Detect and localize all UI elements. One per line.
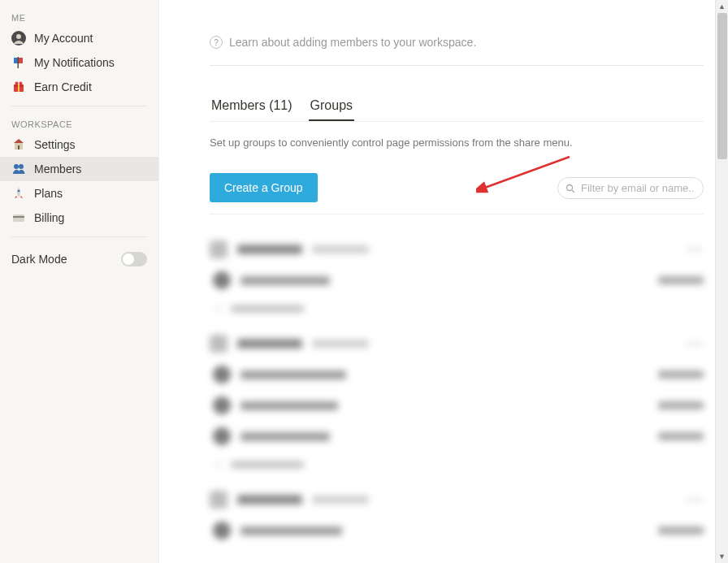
tab-members[interactable]: Members (11)	[210, 93, 294, 121]
help-link[interactable]: ? Learn about adding members to your wor…	[210, 0, 704, 65]
people-icon	[11, 162, 26, 176]
sidebar-item-label: Earn Credit	[34, 80, 92, 94]
sidebar-item-label: Members	[34, 162, 81, 176]
sidebar-item-plans[interactable]: Plans	[0, 181, 158, 206]
sidebar-item-label: Settings	[34, 137, 76, 152]
member-row	[210, 390, 704, 421]
group-icon	[210, 491, 228, 509]
group-header[interactable]: •••	[210, 328, 704, 359]
help-icon: ?	[210, 36, 223, 49]
member-row	[210, 421, 704, 452]
more-icon[interactable]: •••	[687, 493, 704, 506]
scroll-down-button[interactable]: ▼	[716, 550, 728, 563]
svg-point-8	[15, 82, 19, 85]
svg-point-14	[19, 164, 24, 169]
member-row	[210, 265, 704, 296]
group-count	[312, 340, 369, 348]
sidebar-item-earn-credit[interactable]: Earn Credit	[0, 75, 158, 99]
vertical-scrollbar[interactable]: ▲ ▼	[715, 0, 728, 563]
sidebar-item-label: My Account	[34, 31, 93, 45]
filter-wrap	[557, 177, 704, 199]
groups-subtitle: Set up groups to conveniently control pa…	[210, 136, 704, 149]
group-name	[237, 339, 302, 349]
avatar-icon	[11, 31, 26, 45]
settings-sidebar: ME My Account My Notifications Earn Cred…	[0, 0, 159, 563]
groups-list-blurred: ••• + •••	[210, 234, 704, 546]
filter-input[interactable]	[557, 177, 704, 199]
help-text: Learn about adding members to your works…	[229, 36, 476, 49]
remove-action[interactable]	[658, 401, 704, 409]
member-row	[210, 515, 704, 546]
remove-action[interactable]	[658, 276, 704, 284]
group-count	[312, 496, 369, 504]
scroll-up-button[interactable]: ▲	[716, 0, 728, 13]
group-name	[237, 495, 302, 505]
member-name	[240, 276, 330, 285]
svg-point-1	[16, 34, 21, 39]
svg-rect-17	[13, 216, 24, 218]
more-icon[interactable]: •••	[687, 243, 704, 256]
member-name	[240, 526, 342, 535]
svg-point-18	[567, 185, 573, 191]
member-name	[240, 401, 338, 410]
svg-rect-3	[19, 58, 23, 63]
svg-rect-12	[18, 145, 20, 149]
sidebar-divider	[11, 236, 147, 237]
sidebar-item-billing[interactable]: Billing	[0, 206, 158, 230]
tab-groups[interactable]: Groups	[309, 93, 354, 121]
group-count	[312, 245, 369, 253]
avatar-icon	[213, 396, 231, 414]
add-member-row[interactable]: +	[210, 452, 704, 484]
remove-action[interactable]	[658, 526, 704, 535]
avatar-icon	[213, 522, 231, 539]
dark-mode-row: Dark Mode	[0, 244, 158, 275]
dark-mode-toggle[interactable]	[121, 252, 147, 266]
gift-icon	[11, 80, 26, 94]
svg-point-15	[18, 190, 20, 193]
create-group-button[interactable]: Create a Group	[210, 173, 318, 202]
more-icon[interactable]: •••	[687, 337, 704, 350]
group-icon	[210, 240, 228, 258]
action-row: Create a Group	[210, 173, 704, 202]
sidebar-item-label: Plans	[34, 186, 63, 201]
member-row	[210, 359, 704, 390]
search-icon	[566, 183, 575, 193]
svg-marker-11	[14, 139, 24, 143]
add-member-text	[231, 461, 304, 469]
add-member-text	[231, 305, 304, 313]
member-name	[240, 432, 330, 441]
group-header[interactable]: •••	[210, 234, 704, 265]
rocket-icon	[11, 186, 26, 201]
avatar-icon	[213, 271, 231, 289]
sidebar-section-workspace: WORKSPACE	[0, 113, 158, 132]
svg-rect-2	[14, 58, 18, 63]
building-icon	[11, 137, 26, 152]
tabs: Members (11) Groups	[210, 93, 704, 121]
scroll-thumb[interactable]	[717, 13, 727, 159]
remove-action[interactable]	[658, 432, 704, 440]
sidebar-item-my-account[interactable]: My Account	[0, 26, 158, 50]
bell-flag-icon	[11, 55, 26, 70]
group-icon	[210, 335, 228, 353]
member-name	[240, 370, 346, 379]
svg-point-13	[14, 164, 19, 169]
content-divider	[210, 65, 704, 66]
main-content: ? Learn about adding members to your wor…	[159, 0, 728, 563]
sidebar-item-my-notifications[interactable]: My Notifications	[0, 50, 158, 75]
row-divider	[210, 214, 704, 214]
tab-underline	[210, 121, 704, 122]
avatar-icon	[213, 366, 231, 383]
dark-mode-label: Dark Mode	[11, 253, 67, 266]
remove-action[interactable]	[658, 370, 704, 379]
svg-rect-16	[13, 214, 24, 222]
svg-rect-4	[18, 57, 20, 68]
sidebar-item-label: My Notifications	[34, 55, 115, 70]
add-member-row[interactable]: +	[210, 296, 704, 328]
svg-rect-7	[18, 84, 20, 92]
group-header[interactable]: •••	[210, 484, 704, 515]
sidebar-item-members[interactable]: Members	[0, 157, 158, 181]
plus-icon: +	[213, 304, 223, 314]
sidebar-divider	[11, 106, 147, 106]
plus-icon: +	[213, 460, 223, 470]
sidebar-item-settings[interactable]: Settings	[0, 132, 158, 157]
